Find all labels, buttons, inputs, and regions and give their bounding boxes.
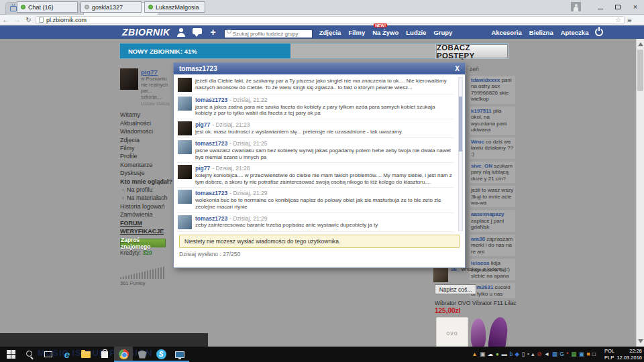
sidebar-menu-item[interactable]: Wiadomości: [120, 127, 174, 135]
bookmark-star-icon[interactable]: ☆: [615, 16, 621, 23]
nav-link[interactable]: Filmy: [348, 29, 365, 36]
message-avatar[interactable]: [178, 78, 192, 92]
orange-tile-icon[interactable]: ■: [586, 351, 590, 357]
sidebar-menu-item[interactable]: Witamy: [120, 111, 174, 119]
chat-tab[interactable]: goskla1327: [80, 1, 142, 13]
sidebar-menu-item[interactable]: Na materiałach: [120, 194, 174, 202]
message-avatar[interactable]: [178, 215, 192, 229]
scroll-up-icon[interactable]: [638, 42, 643, 46]
blue-b-icon[interactable]: b: [509, 351, 513, 357]
task-view-icon[interactable]: [39, 347, 58, 362]
message-author-link[interactable]: tomasz1723: [195, 97, 227, 103]
add-icon[interactable]: +: [208, 27, 219, 37]
modal-scrollbar-thumb[interactable]: [459, 97, 462, 152]
action-center-icon[interactable]: □: [592, 351, 596, 357]
product-ad[interactable]: Wibrator OVO Vibrator F11 Lilac 125,00zl…: [435, 300, 515, 351]
g-app-icon[interactable]: G: [559, 351, 564, 357]
page-scrollbar[interactable]: [636, 39, 644, 347]
message-avatar[interactable]: [178, 190, 192, 204]
message-avatar[interactable]: [178, 97, 192, 111]
file-explorer-icon[interactable]: [76, 347, 95, 362]
sidebar-menu-item[interactable]: Profile: [120, 152, 174, 160]
see-progress-button[interactable]: ZOBACZ POSTĘPY: [436, 44, 508, 58]
cloud-icon[interactable]: ☁: [488, 351, 494, 357]
chrome-icon[interactable]: [114, 347, 133, 362]
clock[interactable]: 22:26 12.03.2016: [616, 348, 642, 361]
camera-icon[interactable]: ▪: [527, 351, 529, 357]
minimize-button[interactable]: [592, 3, 609, 11]
display-icon[interactable]: ▬: [501, 351, 507, 357]
volume-icon[interactable]: ◄: [544, 351, 549, 357]
nav-link[interactable]: Grupy: [433, 29, 452, 36]
blue-share-icon[interactable]: ▣: [579, 351, 584, 357]
shoutbox-username-link[interactable]: aasexnapazy: [471, 211, 504, 217]
device-icon[interactable]: ▯: [522, 351, 525, 357]
message-author-link[interactable]: tomasz1723: [195, 190, 227, 196]
dual-screen-icon[interactable]: ▣: [480, 351, 485, 357]
write-something-button[interactable]: Napisz coś...: [435, 284, 476, 294]
language-indicator[interactable]: POL PLP: [604, 348, 614, 361]
close-button[interactable]: ×: [627, 3, 644, 11]
skype-icon[interactable]: S: [152, 347, 170, 362]
shoutbox-username-link[interactable]: tdawidxxxx: [471, 77, 500, 83]
world-of-tanks-icon[interactable]: [133, 347, 152, 362]
sidebar-menu-item[interactable]: Historia logowań: [120, 202, 174, 210]
browser-menu-icon[interactable]: ≡: [627, 16, 631, 24]
chat-tab[interactable]: Chat (16): [17, 1, 78, 13]
shoutbox-avatar[interactable]: [433, 266, 448, 282]
hidden-icons-arrow-icon[interactable]: ▲: [472, 351, 477, 357]
sidebar-menu-item[interactable]: Dyskusje: [120, 169, 174, 177]
blue-diamond-icon[interactable]: ◆: [515, 351, 520, 357]
forward-icon[interactable]: →: [11, 16, 23, 23]
message-author-link[interactable]: pig77: [195, 121, 210, 128]
sidebar-menu-item[interactable]: FORUM: [120, 219, 174, 227]
message-author-link[interactable]: pig77: [195, 165, 210, 172]
nav-link[interactable]: Na ŻywoNEW!: [372, 29, 398, 36]
search-icon[interactable]: [20, 347, 39, 362]
green-dot-icon[interactable]: ●: [496, 351, 499, 357]
remote-desktop-icon[interactable]: [170, 347, 189, 362]
logout-power-icon[interactable]: [595, 28, 603, 36]
nav-link[interactable]: Ludzie: [406, 29, 426, 36]
message-author-link[interactable]: tomasz1723: [195, 215, 227, 222]
sidebar-menu-item[interactable]: Komentarze: [120, 161, 174, 169]
shoutbox-username-link[interactable]: lelocos: [471, 260, 490, 266]
nav-link[interactable]: Zdjęcia: [319, 29, 341, 36]
scrollbar-thumb[interactable]: [637, 50, 643, 91]
browser-profile-icon[interactable]: [571, 2, 581, 11]
product-title[interactable]: Wibrator OVO Vibrator F11 Lilac: [435, 300, 515, 306]
user-avatar[interactable]: [120, 68, 138, 90]
signal-icon[interactable]: ▴: [531, 351, 534, 357]
sidebar-menu-item[interactable]: Filmy: [120, 144, 174, 152]
message-avatar[interactable]: [178, 165, 192, 179]
blocked-icon[interactable]: ⊘: [537, 351, 541, 357]
shoutbox-username-link[interactable]: Wroc: [471, 139, 484, 145]
back-icon[interactable]: ←: [0, 16, 11, 23]
maximize-button[interactable]: [609, 3, 627, 11]
invite-friend-button[interactable]: Zaproś znajomego: [120, 239, 166, 247]
modal-title-bar[interactable]: tomasz1723 X: [174, 63, 465, 74]
refresh-icon[interactable]: ↻: [23, 16, 34, 23]
message-avatar[interactable]: [178, 121, 192, 135]
modal-scrollbar[interactable]: [458, 77, 463, 231]
url-text[interactable]: pl.zbiornik.com: [46, 17, 612, 23]
message-author-link[interactable]: tomasz1723: [195, 140, 227, 147]
shop-nav-link[interactable]: Bielizna: [529, 29, 553, 36]
sidebar-menu-item[interactable]: Kto mnie oglądał?vip: [120, 178, 174, 186]
profile-icon[interactable]: [176, 27, 186, 37]
shop-nav-link[interactable]: Akcesoria: [491, 29, 521, 36]
sidebar-menu-item[interactable]: Na profilu: [120, 186, 174, 194]
sidebar-menu-item[interactable]: Zdjęcia: [120, 136, 174, 144]
red-star-icon[interactable]: *: [566, 351, 568, 357]
store-icon[interactable]: [95, 347, 114, 362]
scroll-down-icon[interactable]: [638, 339, 643, 343]
sidebar-menu-item[interactable]: Aktualności: [120, 119, 174, 127]
green-grid-icon[interactable]: ▦: [571, 351, 576, 357]
start-icon[interactable]: [1, 347, 20, 362]
messages-icon[interactable]: [192, 27, 203, 37]
sidebar-menu-item[interactable]: Zamówienia: [120, 210, 174, 219]
shoutbox-username-link[interactable]: k197511: [471, 108, 492, 114]
message-avatar[interactable]: [178, 140, 192, 154]
shoutbox-username-link[interactable]: sive_ON: [471, 163, 492, 169]
blue-grid-icon[interactable]: ▦: [552, 351, 557, 357]
